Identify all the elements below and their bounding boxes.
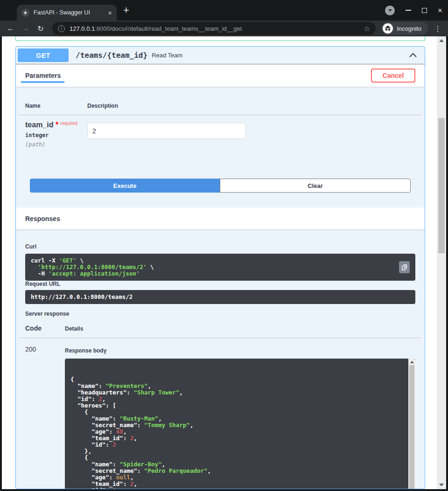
browser-toolbar: ← → ↻ i 127.0.0.1:8000/docs#/default/rea… xyxy=(0,21,448,36)
curl-label: Curl xyxy=(25,243,415,250)
opblock-get-teams: GET /teams/{team_id} Read Team Parameter… xyxy=(15,46,425,489)
responses-section-header: Responses xyxy=(16,207,425,229)
team-id-input[interactable] xyxy=(87,123,246,139)
window-minimize-button[interactable] xyxy=(406,10,411,11)
page-viewport: GET /teams/{team_id} Read Team Parameter… xyxy=(2,36,446,489)
fastapi-favicon-icon xyxy=(21,9,29,17)
tab-strip: FastAPI - Swagger UI × + × xyxy=(0,0,448,21)
tab-parameters[interactable]: Parameters xyxy=(25,72,61,79)
previous-opblock-edge xyxy=(15,36,425,41)
page-scroll-up-icon[interactable] xyxy=(439,39,444,42)
scroll-up-arrow-icon[interactable] xyxy=(410,361,414,363)
site-info-icon[interactable]: i xyxy=(58,25,65,32)
status-code: 200 xyxy=(25,345,65,489)
incognito-badge: Incognito xyxy=(381,22,428,35)
parameter-type: integer xyxy=(25,132,87,138)
responses-section: Curl curl -X 'GET' \ 'http://127.0.0.1:8… xyxy=(16,229,425,489)
response-body-json: { "name": "Preventers", "headquarters": … xyxy=(70,376,402,489)
tab-close-icon[interactable]: × xyxy=(108,9,112,16)
parameter-location: (path) xyxy=(25,141,87,148)
request-url-label: Request URL xyxy=(25,281,415,287)
window-maximize-button[interactable] xyxy=(422,8,427,13)
browser-menu-icon[interactable]: ⋮ xyxy=(434,24,441,33)
execute-button-group: Execute Clear xyxy=(30,179,411,193)
forward-button-icon[interactable]: → xyxy=(20,24,32,33)
response-body-label: Response body xyxy=(65,347,415,354)
reload-button-icon[interactable]: ↻ xyxy=(35,24,47,33)
active-tab-underline xyxy=(21,81,64,83)
browser-tab[interactable]: FastAPI - Swagger UI × xyxy=(17,5,117,21)
collapse-chevron-icon[interactable] xyxy=(409,51,417,60)
operation-path: /teams/{team_id} xyxy=(76,51,147,60)
swagger-page: GET /teams/{team_id} Read Team Parameter… xyxy=(2,36,437,489)
name-column-header: Name xyxy=(25,103,87,109)
cancel-button[interactable]: Cancel xyxy=(371,69,415,83)
operation-summary[interactable]: GET /teams/{team_id} Read Team xyxy=(16,47,425,64)
required-label: required xyxy=(60,121,77,126)
curl-command-block: curl -X 'GET' \ 'http://127.0.0.1:8000/t… xyxy=(25,254,415,281)
details-column-header: Details xyxy=(65,325,83,332)
response-scrollbar-thumb[interactable] xyxy=(409,365,414,489)
parameter-name: team_id *required xyxy=(25,121,87,129)
code-column-header: Code xyxy=(25,325,65,332)
server-response-label: Server response xyxy=(25,311,415,317)
response-body-scrollbar[interactable] xyxy=(408,359,415,489)
operation-description: Read Team xyxy=(152,52,409,59)
page-scroll-down-icon[interactable] xyxy=(439,484,444,486)
parameters-table-header: Name Description xyxy=(19,96,421,115)
method-badge: GET xyxy=(18,48,69,62)
clear-button[interactable]: Clear xyxy=(220,179,411,193)
description-column-header: Description xyxy=(87,103,118,109)
back-button-icon[interactable]: ← xyxy=(5,24,17,33)
required-asterisk: * xyxy=(56,121,58,129)
address-bar[interactable]: i 127.0.0.1:8000/docs#/default/read_team… xyxy=(52,22,376,35)
responses-title: Responses xyxy=(25,215,60,222)
new-tab-button[interactable]: + xyxy=(123,5,129,15)
response-table-header: Code Details xyxy=(19,325,421,338)
browser-scrollbar[interactable] xyxy=(437,36,446,489)
tab-title: FastAPI - Swagger UI xyxy=(34,9,105,16)
url-text: 127.0.0.1:8000/docs#/default/read_team_t… xyxy=(70,25,360,32)
incognito-label: Incognito xyxy=(397,25,421,32)
response-body-block: { "name": "Preventers", "headquarters": … xyxy=(65,359,415,489)
tab-search-icon[interactable] xyxy=(385,6,395,15)
incognito-icon xyxy=(383,23,393,34)
request-url-block: http://127.0.0.1:8000/teams/2 xyxy=(25,290,415,304)
parameter-row: team_id *required integer (path) xyxy=(25,115,415,148)
page-scrollbar-thumb[interactable] xyxy=(438,118,445,253)
execute-button[interactable]: Execute xyxy=(30,179,220,193)
copy-to-clipboard-button[interactable] xyxy=(399,261,410,273)
parameters-section: Name Description team_id *required integ… xyxy=(16,87,425,207)
response-row: 200 Response body { "name": "Preventers"… xyxy=(25,345,415,489)
bookmark-star-icon[interactable]: ☆ xyxy=(364,24,370,33)
window-close-button[interactable]: × xyxy=(438,7,442,14)
parameters-section-header: Parameters Cancel xyxy=(16,64,425,87)
